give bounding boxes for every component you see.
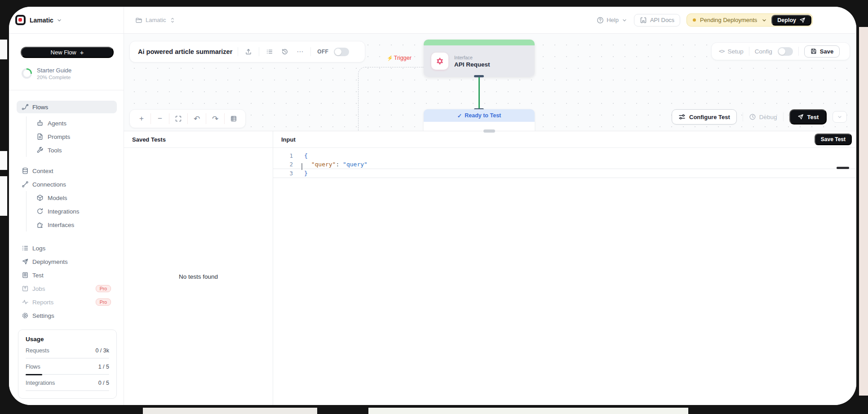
sidebar-item-prompts[interactable]: Prompts [27, 130, 124, 143]
sidebar-item-label: Models [48, 195, 67, 201]
help-label: Help [607, 17, 619, 23]
main-area: ⚡ Trigger Ai powered article summarizer [124, 34, 856, 405]
save-button[interactable]: Save [804, 45, 840, 58]
clock-icon [749, 113, 756, 120]
breadcrumb[interactable]: Lamatic [135, 17, 176, 24]
sidebar-item-connections[interactable]: Connections [9, 178, 124, 191]
setup-button[interactable]: <> Setup [719, 48, 744, 55]
flow-canvas[interactable]: ⚡ Trigger Ai powered article summarizer [124, 34, 856, 131]
setup-label: Setup [727, 48, 743, 55]
database-icon [22, 167, 29, 174]
new-flow-button[interactable]: New Flow + [21, 47, 114, 58]
edge-handle-top[interactable] [474, 75, 484, 77]
sidebar-item-label: Context [32, 168, 53, 174]
starter-guide[interactable]: Starter Guide 20% Complete [22, 66, 124, 80]
json-input-editor[interactable]: 1 { 2 "query": "query" 3 } [273, 148, 856, 405]
pending-status-dot-icon [693, 18, 696, 22]
activity-icon [22, 298, 29, 306]
sidebar-item-agents[interactable]: Agents [27, 116, 124, 130]
folder-icon [135, 17, 142, 24]
sidebar-item-integrations[interactable]: Integrations [27, 205, 124, 218]
sidebar-item-context[interactable]: Context [9, 164, 124, 178]
zoom-out-button[interactable]: − [151, 113, 169, 125]
line-number: 2 [273, 161, 293, 168]
code-line[interactable]: 3 } [273, 169, 856, 178]
notes-grid-icon[interactable] [225, 113, 243, 125]
usage-value: 0 / 5 [98, 380, 109, 386]
sidebar-item-label: Jobs [32, 285, 45, 292]
api-docs-label: API Docs [650, 17, 674, 23]
sidebar-item-reports[interactable]: Reports Pro [9, 295, 124, 309]
code-line[interactable]: 1 { [273, 151, 856, 160]
code-token-key: "query" [311, 161, 336, 168]
sidebar-divider [9, 90, 124, 90]
send-icon [22, 258, 29, 265]
flows-subgroup: Agents Prompts Tools [26, 116, 124, 157]
send-icon [799, 17, 806, 23]
sidebar-item-label: Interfaces [48, 222, 74, 228]
sidebar-item-label: Integrations [48, 208, 80, 215]
share-upload-icon[interactable] [244, 48, 253, 55]
pending-deployments-dropdown[interactable]: Pending Deployments Deploy [686, 13, 813, 27]
workspace-switcher[interactable]: Lamatic [9, 7, 124, 33]
sidebar-item-test[interactable]: Test [9, 268, 124, 282]
send-icon [797, 114, 804, 120]
help-menu[interactable]: Help [597, 17, 628, 24]
redo-button[interactable]: ↷ [206, 113, 224, 125]
sidebar-item-interfaces[interactable]: Interfaces [27, 218, 124, 231]
save-test-button[interactable]: Save Test [815, 134, 852, 145]
panel-drag-handle[interactable] [483, 129, 495, 133]
sidebar-item-label: Connections [32, 181, 66, 188]
test-options-chevron-button[interactable] [833, 111, 847, 123]
versions-list-icon[interactable] [265, 48, 275, 55]
sidebar-item-label: Logs [32, 245, 45, 252]
undo-button[interactable]: ↶ [188, 113, 206, 125]
sidebar-item-logs[interactable]: Logs [9, 241, 124, 255]
deploy-label: Deploy [777, 17, 796, 23]
bg-fragment [143, 408, 317, 414]
fit-view-button[interactable] [169, 113, 187, 125]
sidebar-item-models[interactable]: Models [27, 191, 124, 205]
more-ellipsis-icon[interactable]: ⋯ [295, 48, 305, 56]
config-toggle[interactable] [778, 47, 793, 56]
test-panel: Saved Tests No tests found Input Save Te… [124, 131, 856, 405]
brand-name: Lamatic [30, 17, 53, 24]
code-line[interactable]: 2 "query": "query" [273, 160, 856, 169]
code-token: } [304, 170, 308, 177]
api-docs-button[interactable]: API Docs [634, 14, 680, 27]
test-button[interactable]: Test [789, 109, 827, 125]
history-icon[interactable] [280, 48, 290, 55]
scrollbar-marker[interactable] [837, 167, 849, 169]
sidebar-item-label: Reports [32, 299, 53, 306]
deploy-button[interactable]: Deploy [771, 15, 811, 26]
flow-enable-toggle[interactable] [334, 48, 349, 56]
cube-icon [36, 194, 44, 201]
sidebar-item-tools[interactable]: Tools [27, 143, 124, 157]
node-api-request[interactable]: Interface API Request [424, 40, 535, 77]
sidebar-item-deployments[interactable]: Deployments [9, 255, 124, 268]
zoom-in-button[interactable]: + [133, 113, 151, 125]
configure-test-label: Configure Test [689, 114, 730, 120]
interface-hexagram-icon [431, 53, 448, 70]
lamatic-logo-icon [15, 15, 26, 25]
flow-title[interactable]: Ai powered article summarizer [138, 48, 232, 55]
saved-tests-header: Saved Tests [124, 131, 273, 148]
sidebar-item-jobs[interactable]: Jobs Pro [9, 282, 124, 295]
pro-badge: Pro [96, 298, 111, 306]
refresh-icon [36, 208, 44, 215]
starter-guide-progress: 20% Complete [37, 75, 71, 80]
sort-updown-icon[interactable] [169, 17, 176, 23]
plus-icon: + [80, 49, 84, 56]
flow-status-label: OFF [317, 49, 328, 55]
usage-progressbar [26, 374, 109, 375]
save-label: Save [820, 48, 833, 55]
usage-value: 0 / 3k [95, 347, 109, 354]
test-label: Test [807, 114, 819, 120]
node-ready-to-test[interactable]: ✓ Ready to Test [424, 109, 535, 131]
sidebar-item-settings[interactable]: Settings [9, 309, 124, 322]
configure-test-button[interactable]: Configure Test [672, 109, 737, 125]
sidebar-item-label: Settings [32, 312, 54, 319]
debug-button[interactable]: Debug [749, 113, 777, 120]
sidebar-item-flows[interactable]: Flows [17, 101, 117, 113]
bg-fragment [0, 40, 7, 59]
